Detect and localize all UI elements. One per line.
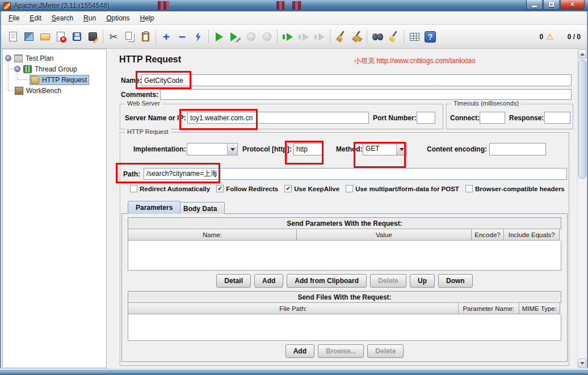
expand-all-button[interactable] — [158, 29, 174, 45]
protocol-input[interactable] — [293, 143, 323, 155]
remote-shutdown-icon — [314, 33, 325, 41]
toggle-button[interactable] — [190, 29, 206, 45]
params-col-include-equals[interactable]: Include Equals? — [503, 229, 560, 241]
menu-help[interactable]: Help — [135, 12, 159, 24]
lightning-icon — [195, 32, 202, 41]
files-col-mime-type[interactable]: MIME Type: — [519, 302, 560, 314]
implementation-select[interactable] — [187, 143, 238, 155]
shutdown-icon — [263, 32, 271, 41]
tree-node-test-plan[interactable]: Test Plan — [3, 53, 106, 64]
comments-label: Comments: — [121, 91, 158, 99]
comments-input[interactable] — [160, 89, 572, 100]
tab-body-data[interactable]: Body Data — [175, 202, 225, 214]
titlebar-background-artifact — [276, 1, 284, 10]
menu-file[interactable]: File — [3, 12, 24, 24]
new-file-button[interactable] — [5, 29, 21, 45]
params-table-body[interactable] — [128, 241, 561, 271]
menu-search[interactable]: Search — [47, 12, 78, 24]
files-table-body[interactable] — [128, 314, 561, 341]
collapse-handle-icon[interactable] — [5, 55, 11, 61]
clear-button[interactable] — [333, 29, 348, 45]
maximize-button[interactable] — [543, 0, 560, 10]
function-helper-button[interactable] — [406, 29, 422, 45]
tree-node-label: WorkBench — [26, 87, 61, 95]
titlebar[interactable]: Apache JMeter (2.11 r1554548) × — [0, 0, 588, 11]
close-file-button[interactable] — [53, 29, 69, 45]
scrollbar-thumb[interactable] — [578, 60, 586, 179]
protocol-label: Protocol [http]: — [242, 145, 292, 153]
start-button[interactable] — [211, 29, 227, 45]
minimize-button[interactable] — [526, 0, 543, 10]
use-keepalive-checkbox[interactable]: ✔Use KeepAlive — [284, 185, 339, 192]
stop-icon — [247, 32, 255, 41]
tree-node-workbench[interactable]: WorkBench — [3, 85, 106, 96]
connect-input[interactable] — [480, 112, 505, 124]
collapse-handle-icon[interactable] — [14, 66, 20, 72]
redirect-automatically-checkbox[interactable]: Redirect Automatically — [130, 185, 210, 192]
cut-button[interactable]: ✂ — [106, 29, 121, 45]
jmeter-logo-icon — [3, 2, 11, 10]
tree-node-thread-group[interactable]: Thread Group — [3, 64, 106, 74]
response-input[interactable] — [544, 112, 570, 124]
params-buttons: Detail Add Add from Clipboard Delete Up … — [122, 271, 567, 291]
thread-counter: 0 / 0 — [568, 33, 581, 41]
collapse-all-button[interactable] — [174, 29, 190, 45]
params-col-encode[interactable]: Encode? — [471, 229, 505, 241]
params-table-title: Send Parameters With the Request: — [128, 217, 561, 229]
tree-node-label: Thread Group — [35, 65, 77, 73]
files-table-header: File Path: Parameter Name: MIME Type: — [128, 302, 561, 314]
follow-redirects-checkbox[interactable]: ✔Follow Redirects — [216, 185, 278, 192]
params-col-value[interactable]: Value — [296, 229, 472, 241]
down-button[interactable]: Down — [438, 274, 473, 288]
add-file-button[interactable]: Add — [285, 344, 314, 358]
files-col-path[interactable]: File Path: — [128, 302, 459, 314]
open-button[interactable] — [37, 29, 53, 45]
method-select[interactable]: GET — [363, 143, 407, 155]
copy-button[interactable] — [121, 29, 137, 45]
search-button[interactable] — [369, 29, 385, 45]
chevron-down-icon[interactable] — [396, 144, 406, 155]
clear-all-button[interactable] — [348, 29, 364, 45]
multipart-post-checkbox[interactable]: Use multipart/form-data for POST — [346, 185, 459, 192]
vertical-scrollbar[interactable] — [577, 49, 587, 368]
test-plan-tree: Test Plan Thread Group HTTP Request Work… — [2, 49, 107, 368]
http-request-icon — [31, 76, 39, 84]
chevron-down-icon[interactable] — [227, 144, 237, 155]
path-input[interactable] — [144, 168, 567, 180]
server-name-input[interactable] — [187, 112, 369, 124]
remote-start-all-button[interactable] — [280, 29, 296, 45]
remote-stop-all-button — [296, 29, 312, 45]
search-reset-button[interactable] — [385, 29, 401, 45]
parameters-tab-panel: Send Parameters With the Request: Name: … — [121, 213, 568, 362]
add-from-clipboard-button[interactable]: Add from Clipboard — [287, 274, 367, 288]
paste-button[interactable] — [137, 29, 153, 45]
scroll-down-button[interactable] — [578, 359, 586, 368]
tree-node-http-request[interactable]: HTTP Request — [3, 74, 106, 85]
add-param-button[interactable]: Add — [254, 274, 283, 288]
scroll-up-button[interactable] — [578, 49, 586, 58]
params-col-name[interactable]: Name: — [128, 229, 297, 241]
name-input[interactable] — [141, 74, 572, 86]
save-button[interactable] — [69, 29, 85, 45]
content-encoding-input[interactable] — [489, 143, 546, 155]
up-button[interactable]: Up — [410, 274, 435, 288]
toolbar-separator — [404, 30, 404, 44]
menu-edit[interactable]: Edit — [24, 12, 47, 24]
port-number-input[interactable] — [417, 112, 435, 124]
menu-options[interactable]: Options — [101, 12, 135, 24]
tab-parameters[interactable]: Parameters — [128, 201, 180, 214]
files-col-param-name[interactable]: Parameter Name: — [458, 302, 519, 314]
detail-button[interactable]: Detail — [216, 274, 251, 288]
help-button[interactable]: ? — [422, 29, 438, 45]
menu-run[interactable]: Run — [78, 12, 101, 24]
binoculars-icon — [372, 33, 383, 40]
new-file-icon — [9, 32, 17, 41]
close-button[interactable]: × — [560, 0, 585, 10]
options-row: Redirect Automatically ✔Follow Redirects… — [130, 185, 565, 192]
start-no-pauses-button[interactable] — [227, 29, 243, 45]
browser-compatible-headers-checkbox[interactable]: Browser-compatible headers — [465, 185, 565, 192]
save-as-button[interactable] — [85, 29, 100, 45]
templates-button[interactable] — [21, 29, 37, 45]
warning-count: 0 — [540, 33, 544, 41]
stop-button — [243, 29, 259, 45]
